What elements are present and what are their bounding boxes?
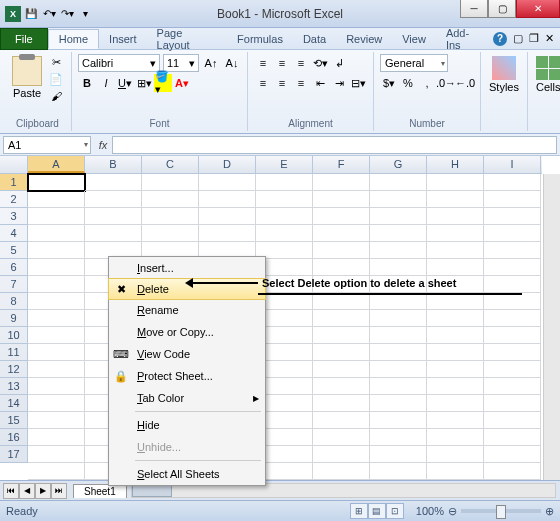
cell[interactable] xyxy=(370,293,427,310)
row-header[interactable]: 15 xyxy=(0,412,28,429)
indent-inc-icon[interactable]: ⇥ xyxy=(330,74,348,92)
page-break-view-icon[interactable]: ⊡ xyxy=(386,503,404,519)
tab-addins[interactable]: Add-Ins xyxy=(436,24,493,54)
cell[interactable] xyxy=(28,446,85,463)
formula-bar[interactable] xyxy=(112,136,557,154)
cell[interactable] xyxy=(427,344,484,361)
cell[interactable] xyxy=(28,395,85,412)
row-header[interactable]: 8 xyxy=(0,293,28,310)
underline-button[interactable]: U▾ xyxy=(116,74,134,92)
doc-close-icon[interactable]: ✕ xyxy=(545,32,554,45)
comma-icon[interactable]: , xyxy=(418,74,436,92)
qat-dropdown-icon[interactable]: ▾ xyxy=(77,6,93,22)
cell[interactable] xyxy=(313,327,370,344)
cell[interactable] xyxy=(28,225,85,242)
tab-review[interactable]: Review xyxy=(336,30,392,48)
doc-restore-icon[interactable]: ❐ xyxy=(529,32,539,45)
cell[interactable] xyxy=(370,361,427,378)
cells-button[interactable]: Cells xyxy=(534,54,560,95)
dec-decimal-icon[interactable]: ←.0 xyxy=(456,74,474,92)
fx-icon[interactable]: fx xyxy=(94,136,112,154)
row-header[interactable]: 11 xyxy=(0,344,28,361)
cell[interactable] xyxy=(313,344,370,361)
indent-dec-icon[interactable]: ⇤ xyxy=(311,74,329,92)
cell[interactable] xyxy=(313,463,370,480)
row-header[interactable]: 2 xyxy=(0,191,28,208)
align-left-icon[interactable]: ≡ xyxy=(254,74,272,92)
row-header[interactable]: 16 xyxy=(0,429,28,446)
col-header[interactable]: F xyxy=(313,156,370,173)
redo-icon[interactable]: ↷▾ xyxy=(59,6,75,22)
cell[interactable] xyxy=(370,225,427,242)
cell[interactable] xyxy=(142,174,199,191)
cell[interactable] xyxy=(313,242,370,259)
styles-button[interactable]: Styles xyxy=(487,54,521,95)
cell[interactable] xyxy=(28,412,85,429)
cell[interactable] xyxy=(427,378,484,395)
cell[interactable] xyxy=(427,174,484,191)
cell[interactable] xyxy=(28,463,85,480)
cell[interactable] xyxy=(427,293,484,310)
cell[interactable] xyxy=(370,378,427,395)
cell[interactable] xyxy=(370,463,427,480)
cell[interactable] xyxy=(313,191,370,208)
cell[interactable] xyxy=(427,446,484,463)
cell[interactable] xyxy=(427,463,484,480)
ctx-protect-sheet[interactable]: 🔒Protect Sheet... xyxy=(109,365,265,387)
cell[interactable] xyxy=(484,361,541,378)
cell[interactable] xyxy=(85,191,142,208)
cell[interactable] xyxy=(484,327,541,344)
row-header[interactable]: 3 xyxy=(0,208,28,225)
cell[interactable] xyxy=(256,225,313,242)
format-painter-icon[interactable]: 🖌 xyxy=(47,88,65,104)
cell[interactable] xyxy=(28,293,85,310)
cell[interactable] xyxy=(427,327,484,344)
row-header[interactable]: 4 xyxy=(0,225,28,242)
copy-icon[interactable]: 📄 xyxy=(47,71,65,87)
name-box[interactable]: A1 xyxy=(3,136,91,154)
cut-icon[interactable]: ✂ xyxy=(47,54,65,70)
cell[interactable] xyxy=(484,191,541,208)
cell[interactable] xyxy=(484,174,541,191)
tab-nav-prev[interactable]: ◀ xyxy=(19,483,35,499)
col-header[interactable]: C xyxy=(142,156,199,173)
ctx-tab-color[interactable]: Tab Color▶ xyxy=(109,387,265,409)
align-top-icon[interactable]: ≡ xyxy=(254,54,272,72)
row-header[interactable]: 1 xyxy=(0,174,28,191)
cell[interactable] xyxy=(370,191,427,208)
cell[interactable] xyxy=(85,208,142,225)
cell[interactable] xyxy=(85,225,142,242)
tab-insert[interactable]: Insert xyxy=(99,30,147,48)
row-header[interactable]: 6 xyxy=(0,259,28,276)
col-header[interactable]: G xyxy=(370,156,427,173)
col-header[interactable]: B xyxy=(85,156,142,173)
help-icon[interactable]: ? xyxy=(493,32,507,46)
cell[interactable] xyxy=(256,208,313,225)
cell[interactable] xyxy=(313,429,370,446)
cell[interactable] xyxy=(484,395,541,412)
cell[interactable] xyxy=(313,174,370,191)
cell[interactable] xyxy=(370,174,427,191)
cell[interactable] xyxy=(28,344,85,361)
cell[interactable] xyxy=(484,259,541,276)
ctx-hide[interactable]: Hide xyxy=(109,414,265,436)
cell[interactable] xyxy=(427,191,484,208)
file-tab[interactable]: File xyxy=(0,28,48,50)
cell[interactable] xyxy=(28,259,85,276)
cell[interactable] xyxy=(370,446,427,463)
cell[interactable] xyxy=(28,242,85,259)
font-name-select[interactable]: Calibri▾ xyxy=(78,54,160,72)
cell[interactable] xyxy=(370,327,427,344)
cell[interactable] xyxy=(313,361,370,378)
inc-decimal-icon[interactable]: .0→ xyxy=(437,74,455,92)
minimize-ribbon-icon[interactable]: ▢ xyxy=(513,32,523,45)
cell[interactable] xyxy=(199,174,256,191)
cell[interactable] xyxy=(28,276,85,293)
cell[interactable] xyxy=(85,174,142,191)
cell[interactable] xyxy=(427,208,484,225)
cell[interactable] xyxy=(199,225,256,242)
cell[interactable] xyxy=(142,191,199,208)
zoom-slider[interactable] xyxy=(461,509,541,513)
tab-nav-next[interactable]: ▶ xyxy=(35,483,51,499)
zoom-in-icon[interactable]: ⊕ xyxy=(545,505,554,518)
